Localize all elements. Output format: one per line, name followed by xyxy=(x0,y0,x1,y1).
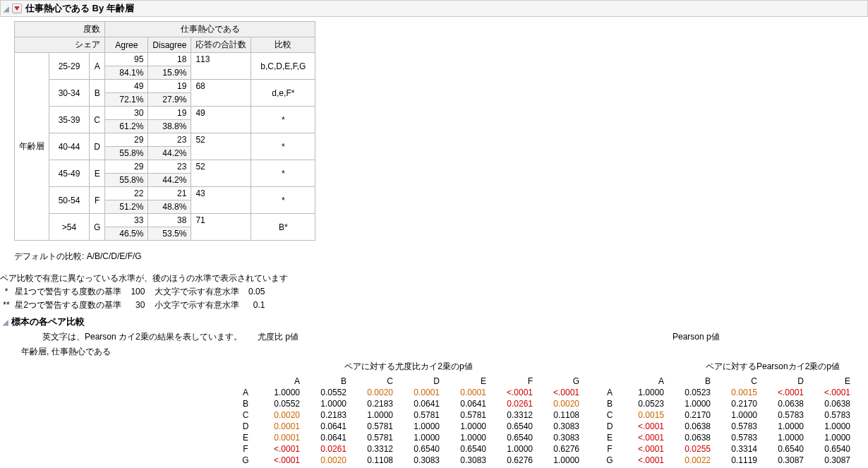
menu-icon[interactable] xyxy=(12,4,22,13)
row-B: B xyxy=(236,398,255,409)
cell: 1.0000 xyxy=(619,387,665,398)
cell: 0.0001 xyxy=(394,387,441,398)
cell: 1.0000 xyxy=(534,455,581,466)
total-n: 113 xyxy=(191,53,251,80)
agree-n: 29 xyxy=(105,133,148,147)
cell: 0.3314 xyxy=(852,409,868,421)
row-group-label: 年齢層 xyxy=(15,53,49,241)
cell: 0.3087 xyxy=(805,455,852,466)
cell: 0.3083 xyxy=(534,421,581,432)
cell: 0.3312 xyxy=(488,409,534,421)
cell: 0.0523 xyxy=(665,387,712,398)
cell: 0.0641 xyxy=(441,398,488,409)
svg-marker-0 xyxy=(14,6,20,11)
compare: B* xyxy=(251,214,315,241)
cell: 0.0015 xyxy=(712,387,759,398)
cell: 0.0001 xyxy=(255,421,301,432)
cell: 0.5783 xyxy=(712,421,759,432)
compare: * xyxy=(251,187,315,214)
row-B: B xyxy=(601,398,619,409)
cell: <.0001 xyxy=(255,443,301,455)
cell: 0.6540 xyxy=(852,432,868,443)
cell: 0.0638 xyxy=(759,398,805,409)
cell: <.0001 xyxy=(534,387,581,398)
cell: 0.0020 xyxy=(255,409,301,421)
cell: 0.0261 xyxy=(301,443,348,455)
disagree-pct: 44.2% xyxy=(148,147,191,160)
note-en: 英文字は、Pearson カイ2乗の結果を表しています。 xyxy=(42,331,242,343)
lr-sub: ペアに対する尤度比カイ2乗のp値 xyxy=(236,361,581,373)
cell: 0.6540 xyxy=(852,421,868,432)
agree-pct: 61.2% xyxy=(105,120,148,133)
cell: <.0001 xyxy=(619,432,665,443)
cell: 0.0641 xyxy=(301,432,348,443)
agree-pct: 55.8% xyxy=(105,147,148,160)
cell: 0.6276 xyxy=(488,455,534,466)
disagree-pct: 15.9% xyxy=(148,66,191,80)
letter: A xyxy=(90,53,105,80)
category: 35-39 xyxy=(49,107,90,133)
agree-n: 30 xyxy=(105,107,148,120)
cell: 0.6540 xyxy=(759,443,805,455)
pe-title: Pearson p値 xyxy=(673,331,720,343)
row-F: F xyxy=(601,443,619,455)
category: 25-29 xyxy=(49,53,90,80)
col-total: 応答の合計数 xyxy=(191,37,251,53)
star2-sym: ** xyxy=(0,300,13,310)
cell: 1.0000 xyxy=(759,432,805,443)
compare: * xyxy=(251,133,315,160)
row-G: G xyxy=(601,455,619,466)
disagree-pct: 27.9% xyxy=(148,93,191,107)
cell: 0.0255 xyxy=(852,398,868,409)
cell: 0.0255 xyxy=(665,443,712,455)
compare: d,e,F* xyxy=(251,80,315,107)
cell: 1.0000 xyxy=(712,409,759,421)
cell: 0.5781 xyxy=(441,409,488,421)
row-C: C xyxy=(601,409,619,421)
disagree-n: 19 xyxy=(148,107,191,120)
cell: <.0001 xyxy=(805,387,852,398)
pair-section-title: 標本の各ペア比較 xyxy=(11,316,85,328)
cell: 0.0552 xyxy=(301,387,348,398)
star1-b: 大文字で示す有意水準 xyxy=(155,287,239,296)
disagree-n: 38 xyxy=(148,214,191,227)
agree-n: 29 xyxy=(105,160,148,174)
cell: 0.0261 xyxy=(488,398,534,409)
agree-pct: 55.8% xyxy=(105,174,148,187)
disagree-n: 18 xyxy=(148,53,191,66)
cell: 0.3083 xyxy=(441,455,488,466)
star1-sym: * xyxy=(0,287,13,296)
letter: D xyxy=(90,133,105,160)
cell: 1.0000 xyxy=(488,443,534,455)
total-n: 43 xyxy=(191,187,251,214)
pair-note: ペア比較で有意に異なっている水準が、後のほうの水準で表示されています xyxy=(0,272,868,284)
category: 30-34 xyxy=(49,80,90,107)
cell: 0.6276 xyxy=(852,455,868,466)
col-G: G xyxy=(534,376,581,387)
cell: 0.3312 xyxy=(348,443,394,455)
corner-bottom: シェア xyxy=(15,37,105,53)
col-E: E xyxy=(441,376,488,387)
letter: B xyxy=(90,80,105,107)
disagree-pct: 48.8% xyxy=(148,200,191,214)
cell: <.0001 xyxy=(488,387,534,398)
disagree-n: 21 xyxy=(148,187,191,200)
disclosure-icon[interactable]: ◢ xyxy=(3,318,8,326)
cell: 0.3314 xyxy=(712,443,759,455)
factors-label: 年齢層, 仕事熱心である xyxy=(21,346,861,358)
cell: 1.0000 xyxy=(759,421,805,432)
disagree-n: 19 xyxy=(148,80,191,93)
row-G: G xyxy=(236,455,255,466)
col-D: D xyxy=(394,376,441,387)
agree-n: 95 xyxy=(105,53,148,66)
row-D: D xyxy=(601,421,619,432)
compare: * xyxy=(251,160,315,187)
pe-sub: ペアに対するPearsonカイ2乗のp値 xyxy=(601,361,868,373)
cell: <.0001 xyxy=(619,455,665,466)
default-compare-note: デフォルトの比較: A/B/C/D/E/F/G xyxy=(14,251,868,263)
disclosure-icon[interactable]: ◢ xyxy=(4,5,9,13)
col-F: F xyxy=(852,376,868,387)
row-E: E xyxy=(236,432,255,443)
agree-n: 33 xyxy=(105,214,148,227)
category: >54 xyxy=(49,214,90,241)
